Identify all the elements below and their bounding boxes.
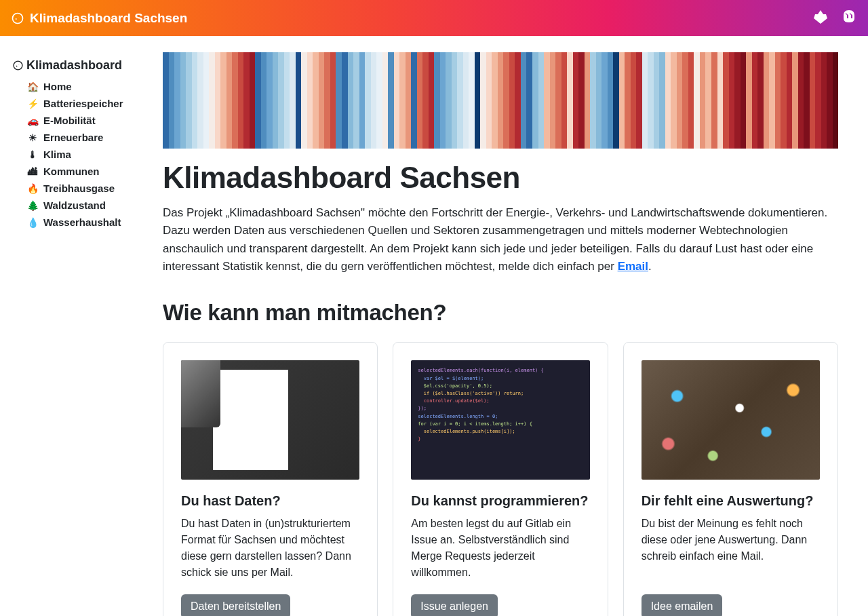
gitlab-icon <box>812 9 829 25</box>
card-data: Du hast Daten? Du hast Daten in (un)stru… <box>163 342 378 616</box>
sidebar-item-label: Klima <box>43 149 71 160</box>
home-icon: 🏠 <box>27 81 38 92</box>
main-content: Klimadashboard Sachsen Das Projekt „Klim… <box>163 36 854 616</box>
card-text: Du hast Daten in (un)strukturiertem Form… <box>181 516 359 581</box>
sidebar: Klimadashboard 🏠Home⚡Batteriespeicher🚗E-… <box>0 36 163 616</box>
header-icons <box>812 9 857 28</box>
gitlab-link[interactable] <box>812 9 829 28</box>
sidebar-item-label: Kommunen <box>43 166 100 177</box>
sidebar-link-e-mobilit-t[interactable]: 🚗E-Mobilität <box>27 115 152 126</box>
provide-data-button[interactable]: Daten bereitstellen <box>181 594 290 616</box>
email-link[interactable]: Email <box>618 260 648 273</box>
card-text: Du bist der Meinung es fehlt noch diese … <box>642 516 820 581</box>
tree-icon: 🌲 <box>27 200 38 211</box>
sidebar-item-label: Treibhausgase <box>43 182 115 194</box>
mastodon-icon <box>841 9 857 25</box>
sidebar-item-label: Wasserhaushalt <box>43 216 121 228</box>
mastodon-link[interactable] <box>841 9 857 28</box>
sidebar-item: 🏠Home <box>27 78 152 95</box>
thermometer-icon: 🌡 <box>27 149 38 160</box>
battery-icon: ⚡ <box>27 98 38 109</box>
sidebar-item-label: Home <box>43 81 72 92</box>
card-text: Am besten legst du auf Gitlab ein Issue … <box>411 516 589 581</box>
sidebar-link-klima[interactable]: 🌡Klima <box>27 149 152 160</box>
city-icon: 🏙 <box>27 166 38 177</box>
sidebar-item: 🚗E-Mobilität <box>27 112 152 129</box>
sidebar-item: 🌲Waldzustand <box>27 197 152 214</box>
header-bar: Klimadashboard Sachsen <box>0 0 868 36</box>
sidebar-link-batteriespeicher[interactable]: ⚡Batteriespeicher <box>27 98 152 109</box>
header-title[interactable]: Klimadashboard Sachsen <box>11 11 187 26</box>
sidebar-title[interactable]: Klimadashboard <box>12 58 152 73</box>
sidebar-item-label: Erneuerbare <box>43 132 103 143</box>
card-title: Dir fehlt eine Auswertung? <box>642 493 820 509</box>
gauge-icon <box>11 12 24 25</box>
card-title: Du hast Daten? <box>181 493 359 509</box>
email-idea-button[interactable]: Idee emailen <box>642 594 723 616</box>
sidebar-item: 🏙Kommunen <box>27 163 152 180</box>
card-image <box>642 360 820 480</box>
sidebar-item: ⚡Batteriespeicher <box>27 95 152 112</box>
fire-icon: 🔥 <box>27 183 38 194</box>
sidebar-item-label: E-Mobilität <box>43 115 96 126</box>
intro-text: Das Projekt „Klimadashboard Sachsen" möc… <box>163 204 838 275</box>
car-icon: 🚗 <box>27 115 38 126</box>
sidebar-link-treibhausgase[interactable]: 🔥Treibhausgase <box>27 182 152 194</box>
warming-stripes-image <box>163 52 838 149</box>
create-issue-button[interactable]: Issue anlegen <box>411 594 498 616</box>
sidebar-item: 🌡Klima <box>27 146 152 163</box>
sidebar-link-wasserhaushalt[interactable]: 💧Wasserhaushalt <box>27 216 152 228</box>
sidebar-item-label: Waldzustand <box>43 199 106 211</box>
sidebar-link-home[interactable]: 🏠Home <box>27 81 152 92</box>
cards-row: Du hast Daten? Du hast Daten in (un)stru… <box>163 342 838 616</box>
sidebar-item: 💧Wasserhaushalt <box>27 214 152 231</box>
solar-icon: ☀ <box>27 132 38 143</box>
sidebar-item: 🔥Treibhausgase <box>27 180 152 197</box>
card-image: selectedElements.each(function(i, elemen… <box>411 360 589 480</box>
page-title: Klimadashboard Sachsen <box>163 161 838 195</box>
card-image <box>181 360 359 480</box>
section-subtitle: Wie kann man mitmachen? <box>163 300 838 326</box>
gauge-icon <box>12 60 24 71</box>
water-icon: 💧 <box>27 217 38 228</box>
sidebar-item: ☀Erneuerbare <box>27 129 152 146</box>
sidebar-link-erneuerbare[interactable]: ☀Erneuerbare <box>27 132 152 143</box>
sidebar-link-kommunen[interactable]: 🏙Kommunen <box>27 166 152 177</box>
sidebar-item-label: Batteriespeicher <box>43 98 123 109</box>
card-code: selectedElements.each(function(i, elemen… <box>393 342 608 616</box>
card-idea: Dir fehlt eine Auswertung? Du bist der M… <box>623 342 838 616</box>
card-title: Du kannst programmieren? <box>411 493 589 509</box>
sidebar-link-waldzustand[interactable]: 🌲Waldzustand <box>27 199 152 211</box>
